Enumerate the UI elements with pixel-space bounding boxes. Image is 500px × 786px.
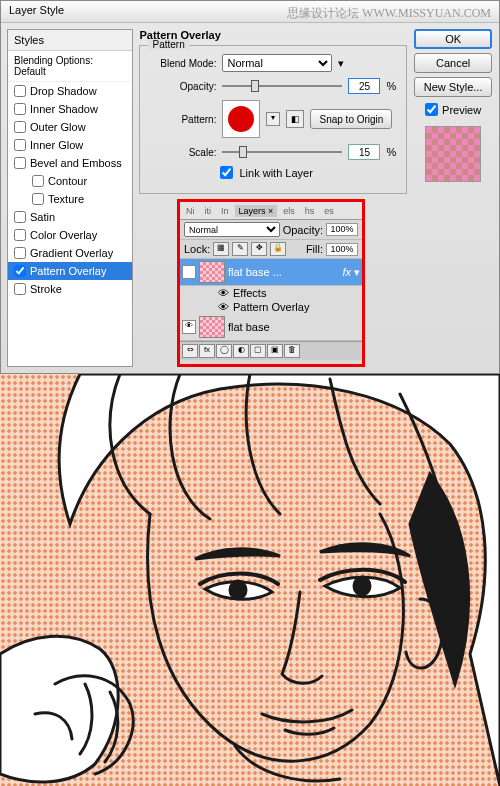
lock-move-icon[interactable]: ✥ xyxy=(251,242,267,256)
visibility-icon[interactable]: 👁 xyxy=(182,265,196,279)
folder-icon[interactable]: ▢ xyxy=(250,344,266,358)
style-label: Pattern Overlay xyxy=(30,265,106,277)
fill-label: Fill: xyxy=(306,243,323,255)
style-checkbox[interactable] xyxy=(14,103,26,115)
pattern-swatch[interactable] xyxy=(222,100,260,138)
tab-ni[interactable]: Ni xyxy=(182,205,199,217)
layer-name: flat base ... xyxy=(228,266,282,278)
watermark-text: 思缘设计论坛 WWW.MISSYUAN.COM xyxy=(287,5,491,22)
pattern-group: Pattern Blend Mode: Normal ▾ Opacity: % … xyxy=(139,45,407,194)
style-item-texture[interactable]: Texture xyxy=(8,190,132,208)
styles-header[interactable]: Styles xyxy=(8,30,132,51)
style-checkbox[interactable] xyxy=(14,247,26,259)
style-checkbox[interactable] xyxy=(14,229,26,241)
mask-icon[interactable]: ◯ xyxy=(216,344,232,358)
svg-point-0 xyxy=(230,581,246,599)
tab-in[interactable]: In xyxy=(217,205,233,217)
fx-icon[interactable]: fx xyxy=(199,344,215,358)
style-label: Stroke xyxy=(30,283,62,295)
style-label: Satin xyxy=(30,211,55,223)
style-label: Outer Glow xyxy=(30,121,86,133)
svg-point-1 xyxy=(354,577,370,595)
ok-button[interactable]: OK xyxy=(414,29,492,49)
style-item-color-overlay[interactable]: Color Overlay xyxy=(8,226,132,244)
style-checkbox[interactable] xyxy=(32,193,44,205)
layer-thumbnail-2[interactable] xyxy=(199,316,225,338)
style-label: Inner Glow xyxy=(30,139,83,151)
cancel-button[interactable]: Cancel xyxy=(414,53,492,73)
blend-mode-select[interactable]: Normal xyxy=(222,54,332,72)
layer-thumbnail[interactable] xyxy=(199,261,225,283)
style-item-bevel-and-emboss[interactable]: Bevel and Emboss xyxy=(8,154,132,172)
style-item-stroke[interactable]: Stroke xyxy=(8,280,132,298)
style-item-pattern-overlay[interactable]: Pattern Overlay xyxy=(8,262,132,280)
tab-layers[interactable]: Layers × xyxy=(235,205,278,217)
style-item-gradient-overlay[interactable]: Gradient Overlay xyxy=(8,244,132,262)
preview-swatch xyxy=(425,126,481,182)
lock-brush-icon[interactable]: ✎ xyxy=(232,242,248,256)
layer-opacity-value[interactable]: 100% xyxy=(326,223,358,236)
style-checkbox[interactable] xyxy=(14,139,26,151)
layer-blend-mode[interactable]: Normal xyxy=(184,222,280,237)
style-checkbox[interactable] xyxy=(14,157,26,169)
lock-all-icon[interactable]: 🔒 xyxy=(270,242,286,256)
fill-value[interactable]: 100% xyxy=(326,243,358,256)
scale-input[interactable] xyxy=(348,144,380,160)
style-label: Drop Shadow xyxy=(30,85,97,97)
new-pattern-button[interactable]: ◧ xyxy=(286,110,304,128)
style-item-contour[interactable]: Contour xyxy=(8,172,132,190)
layer-row[interactable]: 👁 flat base xyxy=(180,314,362,341)
style-item-satin[interactable]: Satin xyxy=(8,208,132,226)
lock-label: Lock: xyxy=(184,243,210,255)
style-checkbox[interactable] xyxy=(14,121,26,133)
style-label: Contour xyxy=(48,175,87,187)
trash-icon[interactable]: 🗑 xyxy=(284,344,300,358)
effect-pattern-overlay[interactable]: 👁 Pattern Overlay xyxy=(180,300,362,314)
style-label: Texture xyxy=(48,193,84,205)
effects-row[interactable]: 👁 Effects xyxy=(180,286,362,300)
chevron-down-icon[interactable]: ▾ xyxy=(338,57,344,70)
pattern-label: Pattern: xyxy=(150,114,216,125)
effects-label: Effects xyxy=(233,287,266,299)
scale-slider[interactable] xyxy=(222,151,342,153)
tab-hs[interactable]: hs xyxy=(301,205,319,217)
opacity-input[interactable] xyxy=(348,78,380,94)
tab-iti[interactable]: iti xyxy=(201,205,216,217)
link-with-layer-checkbox[interactable] xyxy=(220,166,233,179)
snap-to-origin-button[interactable]: Snap to Origin xyxy=(310,109,392,129)
layer-name-2: flat base xyxy=(228,321,270,333)
style-item-outer-glow[interactable]: Outer Glow xyxy=(8,118,132,136)
effect-label: Pattern Overlay xyxy=(233,301,309,313)
new-layer-icon[interactable]: ▣ xyxy=(267,344,283,358)
pattern-dropdown-icon[interactable]: ▾ xyxy=(266,112,280,126)
blending-options-default[interactable]: Blending Options: Default xyxy=(8,51,132,82)
style-item-inner-glow[interactable]: Inner Glow xyxy=(8,136,132,154)
visibility-icon-3[interactable]: 👁 xyxy=(218,301,229,313)
link-icon[interactable]: ⇔ xyxy=(182,344,198,358)
style-checkbox[interactable] xyxy=(14,85,26,97)
new-style-button[interactable]: New Style... xyxy=(414,77,492,97)
style-item-inner-shadow[interactable]: Inner Shadow xyxy=(8,100,132,118)
collapse-icon[interactable]: ▾ xyxy=(354,266,360,279)
visibility-icon-4[interactable]: 👁 xyxy=(182,320,196,334)
visibility-icon-2[interactable]: 👁 xyxy=(218,287,229,299)
link-with-layer-label: Link with Layer xyxy=(239,167,312,179)
tab-els[interactable]: els xyxy=(279,205,299,217)
line-art xyxy=(0,374,500,786)
result-illustration xyxy=(0,374,500,786)
preview-label: Preview xyxy=(442,104,481,116)
tab-es[interactable]: es xyxy=(320,205,338,217)
preview-checkbox[interactable] xyxy=(425,103,438,116)
layer-opacity-label: Opacity: xyxy=(283,224,323,236)
layer-row-selected[interactable]: 👁 flat base ... fx ▾ xyxy=(180,259,362,286)
lock-transparency-icon[interactable]: ▦ xyxy=(213,242,229,256)
style-checkbox[interactable] xyxy=(14,283,26,295)
style-checkbox[interactable] xyxy=(32,175,44,187)
adjust-icon[interactable]: ◐ xyxy=(233,344,249,358)
style-item-drop-shadow[interactable]: Drop Shadow xyxy=(8,82,132,100)
style-checkbox[interactable] xyxy=(14,265,26,277)
fx-badge[interactable]: fx xyxy=(342,266,351,278)
opacity-slider[interactable] xyxy=(222,85,342,87)
style-checkbox[interactable] xyxy=(14,211,26,223)
red-dot-icon xyxy=(228,106,254,132)
